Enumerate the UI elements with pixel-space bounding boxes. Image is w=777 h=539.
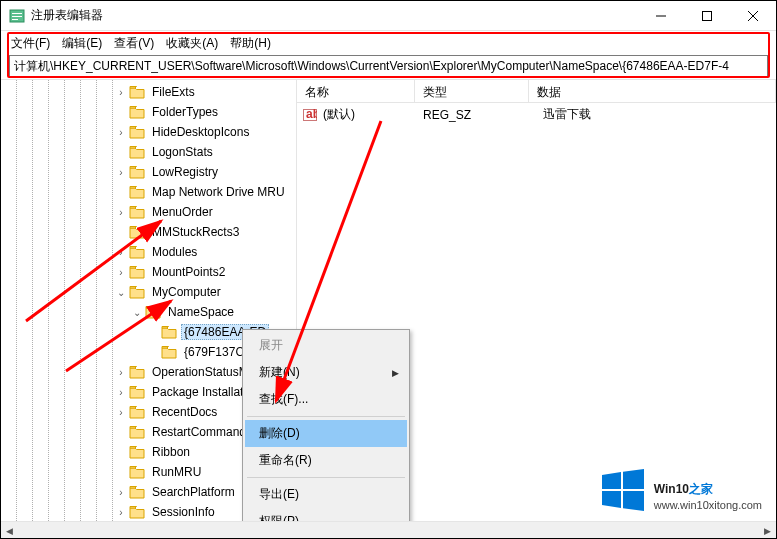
svg-text:ab: ab bbox=[306, 108, 317, 121]
tree-node[interactable]: MMStuckRects3 bbox=[1, 222, 296, 242]
tree-label: Map Network Drive MRU bbox=[149, 184, 288, 200]
ctx-find[interactable]: 查找(F)... bbox=[245, 386, 407, 413]
tree-node[interactable]: ›MountPoints2 bbox=[1, 262, 296, 282]
tree-label: RecentDocs bbox=[149, 404, 220, 420]
value-type: REG_SZ bbox=[423, 108, 537, 122]
value-data: 迅雷下载 bbox=[543, 106, 591, 123]
folder-icon bbox=[129, 285, 145, 299]
tree-label: Modules bbox=[149, 244, 200, 260]
tree-node[interactable]: ⌄MyComputer bbox=[1, 282, 296, 302]
chevron-right-icon[interactable]: › bbox=[113, 247, 129, 258]
chevron-right-icon[interactable]: › bbox=[113, 127, 129, 138]
address-bar[interactable]: 计算机\HKEY_CURRENT_USER\Software\Microsoft… bbox=[9, 55, 768, 77]
titlebar: 注册表编辑器 bbox=[1, 1, 776, 31]
close-button[interactable] bbox=[730, 1, 776, 31]
chevron-right-icon[interactable]: › bbox=[113, 367, 129, 378]
tree-label: LogonStats bbox=[149, 144, 216, 160]
ctx-expand: 展开 bbox=[245, 332, 407, 359]
tree-node[interactable]: LogonStats bbox=[1, 142, 296, 162]
folder-icon bbox=[129, 125, 145, 139]
chevron-right-icon[interactable]: › bbox=[113, 507, 129, 518]
minimize-button[interactable] bbox=[638, 1, 684, 31]
menubar: 文件(F) 编辑(E) 查看(V) 收藏夹(A) 帮助(H) bbox=[1, 31, 776, 55]
ctx-rename[interactable]: 重命名(R) bbox=[245, 447, 407, 474]
tree-label: FolderTypes bbox=[149, 104, 221, 120]
svg-rect-5 bbox=[703, 11, 712, 20]
tree-label: MenuOrder bbox=[149, 204, 216, 220]
list-row[interactable]: ab (默认) REG_SZ 迅雷下载 bbox=[297, 103, 776, 126]
list-header: 名称 类型 数据 bbox=[297, 80, 776, 103]
chevron-down-icon[interactable]: ⌄ bbox=[113, 287, 129, 298]
folder-icon bbox=[129, 185, 145, 199]
menu-view[interactable]: 查看(V) bbox=[110, 33, 158, 54]
chevron-down-icon[interactable]: ⌄ bbox=[129, 307, 145, 318]
tree-node[interactable]: ›HideDesktopIcons bbox=[1, 122, 296, 142]
svg-marker-15 bbox=[602, 491, 621, 508]
tree-label: Ribbon bbox=[149, 444, 193, 460]
app-icon bbox=[9, 8, 25, 24]
tree-label: FileExts bbox=[149, 84, 198, 100]
watermark-url: www.win10xitong.com bbox=[654, 499, 762, 511]
folder-icon bbox=[129, 465, 145, 479]
context-menu: 展开 新建(N)▶ 查找(F)... 删除(D) 重命名(R) 导出(E) 权限… bbox=[242, 329, 410, 539]
folder-icon bbox=[129, 505, 145, 519]
chevron-right-icon[interactable]: › bbox=[113, 167, 129, 178]
svg-marker-14 bbox=[623, 469, 644, 489]
tree-label: MyComputer bbox=[149, 284, 224, 300]
scroll-left-button[interactable]: ◀ bbox=[1, 522, 18, 539]
folder-icon bbox=[129, 165, 145, 179]
tree-node[interactable]: ›LowRegistry bbox=[1, 162, 296, 182]
col-type[interactable]: 类型 bbox=[415, 80, 529, 102]
chevron-right-icon[interactable]: › bbox=[113, 87, 129, 98]
folder-icon bbox=[129, 105, 145, 119]
watermark-brand: Win10 bbox=[654, 482, 689, 496]
tree-label: MMStuckRects3 bbox=[149, 224, 242, 240]
tree-node[interactable]: ›MenuOrder bbox=[1, 202, 296, 222]
maximize-button[interactable] bbox=[684, 1, 730, 31]
submenu-arrow-icon: ▶ bbox=[392, 368, 399, 378]
folder-icon bbox=[129, 405, 145, 419]
value-name: (默认) bbox=[323, 106, 417, 123]
svg-marker-16 bbox=[623, 491, 644, 511]
tree-node[interactable]: ⌄NameSpace bbox=[1, 302, 296, 322]
menu-file[interactable]: 文件(F) bbox=[7, 33, 54, 54]
chevron-right-icon[interactable]: › bbox=[113, 267, 129, 278]
ctx-delete[interactable]: 删除(D) bbox=[245, 420, 407, 447]
tree-node[interactable]: ›FileExts bbox=[1, 82, 296, 102]
chevron-right-icon[interactable]: › bbox=[113, 207, 129, 218]
tree-node[interactable]: ›Modules bbox=[1, 242, 296, 262]
watermark: Win10之家 www.win10xitong.com bbox=[600, 467, 762, 516]
chevron-right-icon[interactable]: › bbox=[113, 407, 129, 418]
folder-icon bbox=[129, 245, 145, 259]
tree-label: SearchPlatform bbox=[149, 484, 238, 500]
tree-label: MountPoints2 bbox=[149, 264, 228, 280]
menu-favorites[interactable]: 收藏夹(A) bbox=[162, 33, 222, 54]
folder-icon bbox=[161, 345, 177, 359]
tree-label: NameSpace bbox=[165, 304, 237, 320]
ctx-new[interactable]: 新建(N)▶ bbox=[245, 359, 407, 386]
svg-rect-1 bbox=[12, 13, 22, 14]
tree-node[interactable]: Map Network Drive MRU bbox=[1, 182, 296, 202]
tree-label: RestartCommands bbox=[149, 424, 255, 440]
string-value-icon: ab bbox=[303, 108, 317, 122]
folder-icon bbox=[129, 265, 145, 279]
col-name[interactable]: 名称 bbox=[297, 80, 415, 102]
tree-node[interactable]: FolderTypes bbox=[1, 102, 296, 122]
tree-label: LowRegistry bbox=[149, 164, 221, 180]
folder-icon bbox=[161, 325, 177, 339]
svg-marker-13 bbox=[602, 472, 621, 489]
window-title: 注册表编辑器 bbox=[31, 7, 638, 24]
windows-logo-icon bbox=[600, 467, 646, 516]
chevron-right-icon[interactable]: › bbox=[113, 487, 129, 498]
ctx-export[interactable]: 导出(E) bbox=[245, 481, 407, 508]
horizontal-scrollbar[interactable]: ◀ ▶ bbox=[1, 521, 776, 538]
svg-rect-2 bbox=[12, 16, 22, 17]
chevron-right-icon[interactable]: › bbox=[113, 387, 129, 398]
folder-icon bbox=[145, 305, 161, 319]
menu-edit[interactable]: 编辑(E) bbox=[58, 33, 106, 54]
col-data[interactable]: 数据 bbox=[529, 80, 776, 102]
folder-icon bbox=[129, 365, 145, 379]
menu-help[interactable]: 帮助(H) bbox=[226, 33, 275, 54]
folder-icon bbox=[129, 425, 145, 439]
scroll-right-button[interactable]: ▶ bbox=[759, 522, 776, 539]
